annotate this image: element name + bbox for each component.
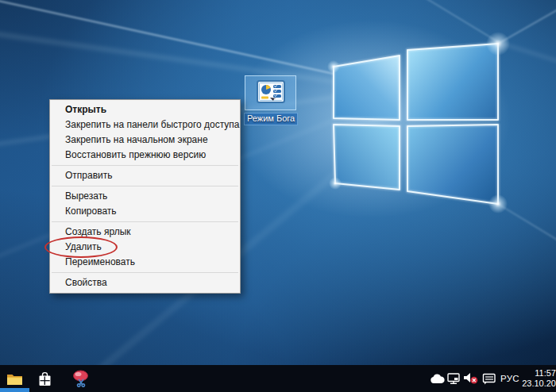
menu-separator [52,272,238,273]
action-center-icon [482,373,496,385]
menu-item-delete[interactable]: Удалить [50,240,240,255]
taskbar-store-button[interactable] [35,365,54,392]
menu-item-cut[interactable]: Вырезать [50,189,240,204]
desktop-icon-label: Режим Бога [244,113,298,125]
menu-item-pin-quick-access[interactable]: Закрепить на панели быстрого доступа [50,117,240,133]
desktop[interactable]: Режим Бога Открыть Закрепить на панели б… [0,0,556,365]
taskbar-active-strip [0,388,29,392]
menu-item-properties[interactable]: Свойства [50,275,240,290]
tray-network-button[interactable] [447,365,461,392]
microsoft-store-icon [38,371,52,386]
tray-date: 23.10.20 [519,379,556,389]
menu-item-copy[interactable]: Копировать [50,204,240,219]
tray-action-center-button[interactable] [482,365,496,392]
screen: Режим Бога Открыть Закрепить на панели б… [0,0,556,392]
context-menu: Открыть Закрепить на панели быстрого дос… [49,99,241,294]
tray-language-indicator[interactable]: РУС [500,365,519,392]
menu-separator [52,186,238,186]
menu-item-pin-start[interactable]: Закрепить на начальном экране [50,133,240,148]
logo-pane-bottom-left [334,125,400,190]
menu-item-restore-previous[interactable]: Восстановить прежнюю версию [50,148,240,163]
file-explorer-icon [6,372,23,386]
volume-muted-icon [463,372,479,385]
logo-pane-top-right [407,44,498,120]
desktop-icon-god-mode[interactable]: Режим Бога [244,75,297,125]
tray-time: 11:57 [519,368,556,379]
network-icon [447,373,461,385]
tray-clock[interactable]: 11:57 23.10.20 [519,368,556,389]
menu-item-open[interactable]: Открыть [50,102,240,117]
menu-item-send-to[interactable]: Отправить [50,168,240,183]
glint-bottom-right [488,194,508,213]
desktop-icon-selection [245,75,296,110]
menu-item-rename[interactable]: Переименовать [50,255,240,270]
glint-bottom-left [329,177,342,190]
onedrive-cloud-icon [430,374,445,384]
glint-top-left [327,60,340,73]
glint-top-right [486,32,510,56]
tray-onedrive-button[interactable] [430,365,445,392]
tray-volume-button[interactable] [463,365,479,392]
control-panel-icon [254,79,288,107]
taskbar-snipping-tool-button[interactable] [70,365,92,392]
snipping-tool-icon [71,370,91,387]
menu-item-create-shortcut[interactable]: Создать ярлык [50,225,240,240]
taskbar: РУС 11:57 23.10.20 [0,365,556,392]
menu-separator [52,221,238,222]
menu-separator [52,165,238,166]
